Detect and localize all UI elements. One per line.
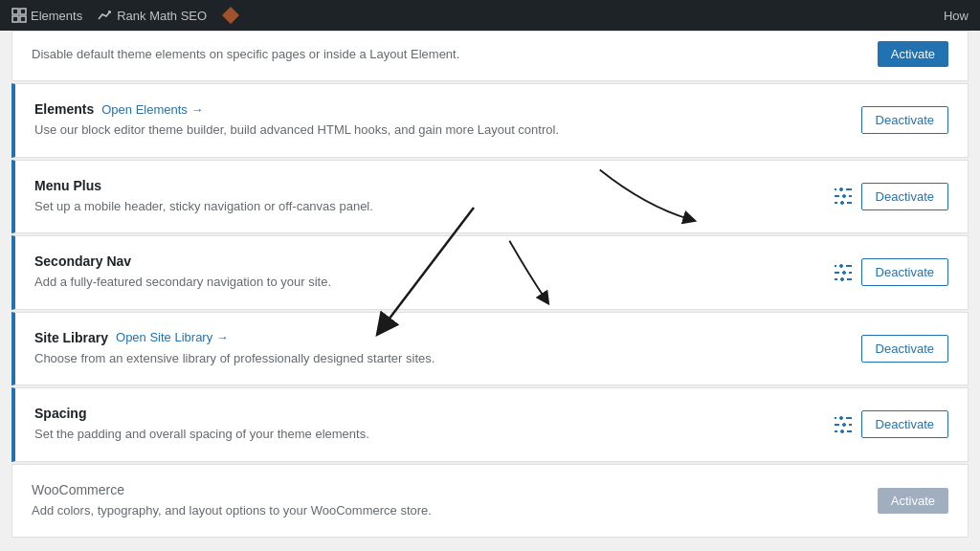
admin-bar-rank-math[interactable]: Rank Math SEO — [98, 8, 207, 23]
spacing-description: Set the padding and overall spacing of y… — [34, 425, 815, 444]
diamond-icon — [222, 7, 239, 24]
spacing-deactivate-button[interactable]: Deactivate — [861, 410, 948, 438]
site-library-link[interactable]: Open Site Library → — [116, 330, 229, 344]
admin-bar-diamond[interactable] — [222, 7, 239, 24]
secondary-nav-title: Secondary Nav — [34, 253, 815, 269]
woocommerce-content: WooCommerce Add colors, typography, and … — [32, 482, 878, 520]
secondary-nav-description: Add a fully-featured secondary navigatio… — [34, 273, 815, 292]
site-library-title: Site Library Open Site Library → — [34, 330, 842, 345]
menu-plus-actions: Deactivate — [835, 183, 948, 210]
spacing-title: Spacing — [34, 406, 815, 421]
spacing-actions: Deactivate — [835, 410, 948, 438]
svg-marker-4 — [223, 8, 238, 23]
modules-list: Disable default theme elements on specif… — [11, 31, 969, 538]
site-library-deactivate-button[interactable]: Deactivate — [861, 335, 948, 363]
elements-title: Elements Open Elements → — [34, 101, 842, 117]
svg-rect-1 — [20, 9, 26, 14]
partial-activate-button[interactable]: Activate — [878, 41, 948, 67]
elements-deactivate-button[interactable]: Deactivate — [861, 106, 948, 134]
secondary-nav-deactivate-button[interactable]: Deactivate — [861, 258, 948, 286]
svg-rect-3 — [20, 16, 26, 22]
site-library-description: Choose from an extensive library of prof… — [34, 349, 842, 368]
woocommerce-activate-button[interactable]: Activate — [878, 488, 948, 514]
svg-rect-0 — [12, 9, 18, 14]
woocommerce-description: Add colors, typography, and layout optio… — [32, 501, 858, 520]
secondary-nav-settings-icon[interactable] — [835, 264, 852, 281]
woocommerce-actions: Activate — [878, 488, 948, 514]
admin-bar: Elements Rank Math SEO How — [0, 0, 980, 31]
page-wrapper: Disable default theme elements on specif… — [0, 31, 980, 551]
menu-plus-content: Menu Plus Set up a mobile header, sticky… — [34, 178, 835, 216]
grid-icon — [11, 8, 27, 23]
partial-module: Disable default theme elements on specif… — [11, 31, 969, 81]
partial-module-content: Disable default theme elements on specif… — [32, 45, 878, 64]
module-item-spacing: Spacing Set the padding and overall spac… — [11, 387, 969, 462]
elements-description: Use our block editor theme builder, buil… — [34, 121, 842, 140]
partial-module-actions: Activate — [878, 41, 948, 67]
site-library-actions: Deactivate — [861, 335, 948, 363]
secondary-nav-content: Secondary Nav Add a fully-featured secon… — [34, 253, 835, 292]
module-item-site-library: Site Library Open Site Library → Choose … — [11, 312, 969, 386]
secondary-nav-actions: Deactivate — [835, 258, 948, 286]
partial-module-description: Disable default theme elements on specif… — [32, 45, 858, 64]
elements-content: Elements Open Elements → Use our block e… — [34, 101, 861, 140]
module-item-woocommerce: WooCommerce Add colors, typography, and … — [11, 464, 969, 539]
admin-bar-rank-math-label: Rank Math SEO — [117, 9, 207, 23]
admin-bar-how: How — [944, 9, 969, 23]
spacing-content: Spacing Set the padding and overall spac… — [34, 406, 835, 444]
elements-actions: Deactivate — [861, 106, 948, 134]
menu-plus-description: Set up a mobile header, sticky navigatio… — [34, 197, 815, 216]
spacing-settings-icon[interactable] — [835, 416, 852, 433]
module-item-menu-plus: Menu Plus Set up a mobile header, sticky… — [11, 160, 969, 234]
site-library-content: Site Library Open Site Library → Choose … — [34, 330, 861, 368]
elements-link[interactable]: Open Elements → — [101, 102, 203, 117]
svg-rect-2 — [12, 16, 18, 22]
admin-bar-elements-label: Elements — [31, 9, 82, 23]
menu-plus-settings-icon[interactable] — [835, 187, 852, 205]
content-area: Disable default theme elements on specif… — [0, 31, 980, 551]
menu-plus-title: Menu Plus — [34, 178, 815, 193]
chart-icon — [98, 8, 113, 23]
menu-plus-deactivate-button[interactable]: Deactivate — [861, 183, 948, 210]
admin-bar-elements[interactable]: Elements — [11, 8, 82, 23]
module-item-secondary-nav: Secondary Nav Add a fully-featured secon… — [11, 235, 969, 310]
woocommerce-title: WooCommerce — [32, 482, 858, 497]
module-item-elements: Elements Open Elements → Use our block e… — [11, 83, 969, 158]
